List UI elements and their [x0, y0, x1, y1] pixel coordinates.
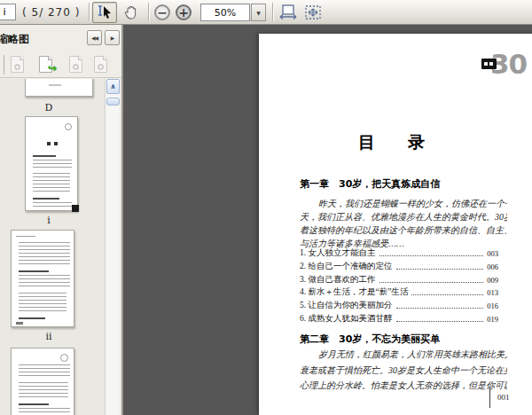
refresh-thumbnails-button[interactable]: ↪: [39, 56, 52, 73]
toc-item: 2. 给自己一个准确的定位 006: [300, 260, 498, 272]
thumbnails-panel-header: 缩略图 ◀◀ ▶: [0, 25, 121, 51]
thumbnail-content: [19, 293, 66, 314]
logo-badge: [481, 59, 497, 69]
toc-item-page: 019: [487, 315, 498, 325]
dot-leader: [379, 255, 484, 256]
chevron-up-icon: ∧: [110, 82, 116, 90]
select-text-tool-button[interactable]: [92, 2, 117, 23]
scroll-up-button[interactable]: ∧: [106, 79, 120, 94]
thumbnail-page-current[interactable]: [25, 116, 78, 211]
toc-item: 6. 成熟女人犹如美酒甘醇 019: [300, 312, 498, 325]
plus-icon: +: [178, 6, 189, 19]
chapter1-intro: 昨天，我们还是蝴蝶一样的少女，仿佛还在一个个五彩的梦中。今 天，我们正从容、优雅…: [300, 197, 507, 250]
toolbar-separator: [272, 3, 273, 21]
pdf-page: 30 目 录 第一章 30岁，把天真炼成自信 昨天，我们还是蝴蝶一样的少女，仿佛…: [259, 34, 532, 415]
toolbar-separator: [89, 3, 90, 21]
toc-item-text: 2. 给自己一个准确的定位: [300, 261, 393, 272]
toc-item: 3. 做自己喜欢的工作 009: [300, 273, 498, 286]
dot-leader: [396, 308, 484, 309]
toc-item-page: 006: [487, 262, 498, 272]
chapter1-heading: 第一章 30岁，把天真炼成自信: [300, 177, 440, 191]
chapter-logo: 30: [481, 48, 532, 83]
toc-item-page: 003: [487, 249, 498, 259]
scrollbar-thumb[interactable]: [106, 98, 120, 106]
thumbnail-list: D i: [0, 79, 121, 415]
minus-icon: −: [157, 6, 168, 19]
page-action-icon: [69, 56, 82, 73]
toc-item: 1. 女人独立才能自主 003: [300, 247, 498, 259]
thumbnail-label: i: [0, 215, 98, 226]
document-view: 30 目 录 第一章 30岁，把天真炼成自信 昨天，我们还是蝴蝶一样的少女，仿佛…: [125, 26, 532, 415]
zoom-in-button[interactable]: +: [176, 4, 192, 20]
thumbnail-toolbar: ↪: [0, 51, 121, 78]
zoom-level-value: 50%: [215, 7, 236, 19]
page-action-icon: [94, 56, 107, 73]
dot-leader: [379, 282, 484, 283]
intro-line: 衰老或甚于惧怕死亡。30岁是女人生命中一个无论在身体上，还是在: [300, 363, 507, 379]
thumbnail-action-button-3[interactable]: [94, 56, 107, 73]
chapter2-heading: 第二章 30岁，不忘为美丽买单: [300, 333, 440, 346]
toc-item-text: 4. 薪水＋生活，才是“薪”生活: [300, 286, 408, 298]
page-action-icon: [11, 56, 24, 73]
dot-leader: [396, 269, 484, 270]
page-indicator: ( 5/ 270 ): [22, 6, 80, 19]
thumbnail-label: D: [0, 102, 98, 114]
intro-line: 昨天，我们还是蝴蝶一样的少女，仿佛还在一个个五彩的梦中。今: [300, 197, 507, 210]
thumbnail-content: [19, 364, 70, 379]
thumbnail-content: [19, 275, 70, 289]
toc-item-page: 009: [487, 276, 498, 286]
toc-item-page: 016: [487, 301, 498, 311]
chevron-double-left-icon: ◀◀: [91, 35, 98, 41]
toc-item-page: 013: [487, 288, 498, 298]
page-title: 目 录: [259, 131, 532, 154]
next-panel-button[interactable]: ▶: [105, 30, 120, 45]
collapse-panel-button[interactable]: ◀◀: [87, 30, 102, 45]
chapter2-intro: 岁月无情，红颜易老，人们常用英雄末路相比美人迟暮。女人惧怕 衰老或甚于惧怕死亡。…: [300, 347, 507, 394]
thumbnail-content: [33, 160, 72, 170]
chevron-down-icon: ▼: [256, 10, 261, 16]
page-refresh-icon: ↪: [39, 56, 52, 73]
pdf-reader-window: ( 5/ 270 ) − + 50% ▼: [0, 0, 532, 415]
thumbnail-page-prev[interactable]: [25, 79, 93, 97]
fit-width-button[interactable]: [277, 2, 300, 23]
thumbnail-scrollbar[interactable]: ∧: [105, 79, 120, 415]
toc-item: 5. 让自信为你的美丽加分 016: [300, 299, 498, 311]
thumbnail-action-button-2[interactable]: [69, 56, 82, 73]
zoom-level-field[interactable]: 50%: [200, 4, 250, 21]
fit-width-icon: [279, 4, 297, 20]
fit-page-icon: [304, 4, 322, 20]
thumbnail-content: [33, 202, 72, 209]
toolbar-separator: [148, 3, 149, 21]
toc-item-text: 5. 让自信为你的美丽加分: [300, 300, 393, 311]
mini-logo-icon: [60, 354, 68, 362]
main-toolbar: ( 5/ 270 ) − + 50% ▼: [0, 0, 532, 25]
toc-item-text: 1. 女人独立才能自主: [300, 247, 376, 259]
green-arrow-icon: ↪: [48, 62, 57, 74]
thumbnail-page-next[interactable]: [11, 230, 74, 327]
hand-tool-button[interactable]: [119, 2, 144, 23]
thumbnail-content: [19, 408, 70, 415]
intro-line: 着这独特的年纪以及由这个年龄所带来的自信、自主、积极进取、快乐: [300, 223, 507, 237]
thumbnails-panel: 缩略图 ◀◀ ▶ ↪: [0, 25, 123, 415]
text-select-cursor-icon: [97, 5, 113, 20]
thumbnail-label: ii: [0, 331, 98, 342]
dot-leader: [396, 321, 484, 322]
intro-line: 心理上的分水岭。怕老是女人无奈的选择，但是你可以选择积极对抗衰: [300, 378, 507, 394]
toc-item: 4. 薪水＋生活，才是“薪”生活 013: [300, 286, 498, 298]
thumbnail-page-after[interactable]: [11, 348, 74, 415]
selected-thumbnail-marker: [72, 205, 79, 212]
intro-line: 岁月无情，红颜易老，人们常用英雄末路相比美人迟暮。女人惧怕: [300, 347, 507, 363]
mini-logo-icon: [65, 123, 72, 130]
toc-item-text: 6. 成熟女人犹如美酒甘醇: [300, 313, 393, 325]
zoom-out-button[interactable]: −: [154, 4, 170, 20]
toc-item-text: 3. 做自己喜欢的工作: [300, 274, 376, 286]
page-label-input[interactable]: [0, 4, 16, 20]
chevron-right-icon: ▶: [111, 35, 114, 41]
dot-leader: [411, 294, 483, 295]
thumbnail-content: [33, 173, 70, 194]
thumbnail-content: [19, 382, 68, 400]
zoom-dropdown-button[interactable]: ▼: [251, 4, 266, 21]
thumbnail-action-button-1[interactable]: [11, 56, 24, 73]
fit-page-button[interactable]: [301, 2, 325, 23]
thumbnails-panel-title: 缩略图: [0, 32, 29, 47]
